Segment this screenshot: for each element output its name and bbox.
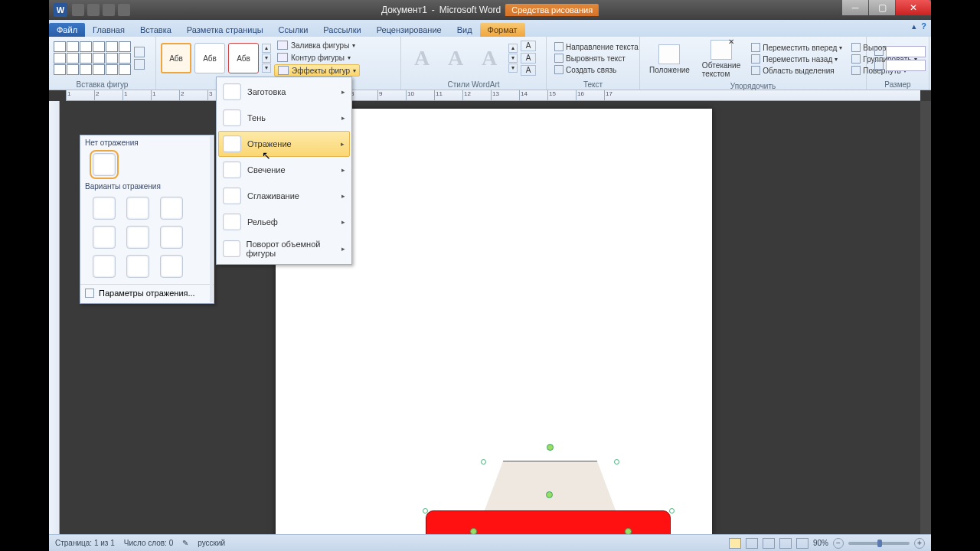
reflection-variant-6[interactable]: [160, 226, 183, 249]
reflection-variant-2[interactable]: [126, 197, 149, 220]
view-print-layout-icon[interactable]: [729, 538, 741, 549]
proofing-icon[interactable]: ✎: [182, 539, 188, 547]
reflection-variant-9[interactable]: [160, 255, 183, 278]
reflection-variant-1[interactable]: [93, 197, 116, 220]
reflection-variant-8[interactable]: [126, 255, 149, 278]
reflection-variant-7[interactable]: [93, 255, 116, 278]
status-language[interactable]: русский: [198, 539, 225, 547]
shape-height-field[interactable]: [871, 45, 929, 58]
reflection-variant-4[interactable]: [93, 226, 116, 249]
style-row-down-icon[interactable]: ▾: [262, 54, 271, 63]
reflection-options[interactable]: Параметры отражения...: [80, 284, 214, 302]
view-outline-icon[interactable]: [779, 538, 792, 549]
reflection-variant-5[interactable]: [126, 226, 149, 249]
no-reflection-header: Нет отражения: [80, 135, 214, 150]
align-text-button[interactable]: Выровнять текст: [551, 53, 642, 64]
qat-customize-icon[interactable]: [118, 4, 130, 16]
wrap-text-button[interactable]: ✕Обтекание текстом: [697, 38, 745, 80]
minimize-button[interactable]: ─: [842, 0, 868, 15]
rotate-handle[interactable]: [470, 528, 477, 534]
shape-fill-button[interactable]: Заливка фигуры▾: [274, 40, 360, 51]
horizontal-ruler[interactable]: 1211234567891011121314151617: [66, 90, 920, 101]
wa-more-icon[interactable]: ▾: [508, 64, 518, 73]
tab-references[interactable]: Ссылки: [271, 23, 316, 37]
rotate-handle[interactable]: [546, 491, 553, 498]
text-fill-icon[interactable]: A: [521, 41, 536, 51]
rotate-handle[interactable]: [625, 528, 632, 534]
tab-file[interactable]: Файл: [49, 23, 85, 37]
selection-pane-button[interactable]: Область выделения: [748, 65, 845, 76]
tab-review[interactable]: Рецензирование: [369, 23, 449, 37]
status-page[interactable]: Страница: 1 из 1: [55, 539, 115, 547]
selection-handle[interactable]: [481, 459, 486, 465]
shape-effects-button[interactable]: Эффекты фигур▾: [274, 64, 360, 77]
bevel-icon: [223, 214, 241, 230]
tab-home[interactable]: Главная: [85, 23, 132, 37]
shape-outline-button[interactable]: Контур фигуры▾: [274, 52, 360, 63]
tab-page-layout[interactable]: Разметка страницы: [179, 23, 271, 37]
close-button[interactable]: ✕: [896, 0, 931, 15]
selection-handle[interactable]: [423, 508, 428, 514]
minimize-ribbon-icon[interactable]: ▴: [912, 21, 916, 31]
fx-shadow[interactable]: Тень▸: [218, 105, 350, 131]
zoom-in-button[interactable]: +: [914, 538, 925, 549]
vertical-ruler[interactable]: [49, 101, 60, 534]
fx-preset[interactable]: Заготовка▸: [218, 79, 350, 105]
view-web-icon[interactable]: [763, 538, 775, 549]
width-input[interactable]: [886, 60, 926, 71]
group-insert-shapes: Вставка фигур: [49, 80, 155, 90]
selection-handle[interactable]: [669, 508, 675, 514]
reflection-none[interactable]: [93, 153, 116, 176]
wa-up-icon[interactable]: ▴: [508, 44, 518, 53]
tab-format[interactable]: Формат: [480, 23, 525, 37]
tab-insert[interactable]: Вставка: [132, 23, 179, 37]
shape-gallery[interactable]: [54, 41, 131, 75]
app-name: Microsoft Word: [439, 5, 501, 15]
selection-handle[interactable]: [614, 459, 619, 465]
zoom-slider-thumb[interactable]: [877, 540, 882, 547]
fx-soft-edges[interactable]: Сглаживание▸: [218, 183, 350, 209]
height-input[interactable]: [886, 46, 926, 57]
shape-style-1[interactable]: Абв: [161, 43, 191, 73]
fx-3d-rotation[interactable]: Поворот объемной фигуры▸: [218, 235, 350, 262]
wa-down-icon[interactable]: ▾: [508, 54, 518, 63]
bring-forward-button[interactable]: Переместить вперед▾: [748, 42, 845, 53]
tab-view[interactable]: Вид: [449, 23, 480, 37]
qat-redo-icon[interactable]: [103, 4, 115, 16]
create-link-button[interactable]: Создать связь: [551, 64, 642, 75]
rotate-handle[interactable]: [547, 444, 554, 451]
zoom-slider[interactable]: [848, 542, 910, 545]
qat-undo-icon[interactable]: [87, 4, 100, 16]
shape-width-field[interactable]: [871, 59, 929, 72]
shape-rounded-rect[interactable]: [426, 510, 671, 534]
send-backward-button[interactable]: Переместить назад▾: [748, 54, 845, 64]
text-box-icon[interactable]: [134, 59, 145, 70]
tab-mailings[interactable]: Рассылки: [315, 23, 368, 37]
shape-style-2[interactable]: Абв: [194, 43, 225, 73]
style-row-up-icon[interactable]: ▴: [262, 44, 271, 53]
shape-style-3[interactable]: Абв: [228, 43, 259, 73]
zoom-out-button[interactable]: −: [833, 538, 844, 549]
fx-bevel[interactable]: Рельеф▸: [218, 209, 350, 235]
status-word-count[interactable]: Число слов: 0: [124, 539, 173, 547]
align-text-icon: [554, 54, 564, 63]
view-draft-icon[interactable]: [796, 538, 808, 549]
qat-save-icon[interactable]: [72, 4, 84, 16]
position-button[interactable]: Положение: [645, 43, 694, 76]
vertical-scrollbar[interactable]: [920, 101, 931, 534]
wordart-gallery[interactable]: AAA: [406, 42, 505, 74]
text-direction-button[interactable]: Направление текста: [551, 41, 642, 52]
gallery-scrollbar[interactable]: [210, 136, 213, 302]
style-more-icon[interactable]: ▾: [262, 64, 271, 73]
reflection-variant-3[interactable]: [160, 197, 183, 220]
help-icon[interactable]: ?: [921, 21, 926, 31]
view-fullscreen-icon[interactable]: [746, 538, 758, 549]
text-outline-icon[interactable]: A: [521, 53, 536, 64]
text-effects-icon[interactable]: A: [521, 65, 536, 76]
edit-shape-icon[interactable]: [134, 47, 145, 57]
shape-trapezoid[interactable]: [483, 461, 617, 514]
fx-glow[interactable]: Свечение▸: [218, 157, 350, 183]
fx-reflection[interactable]: Отражение▸: [218, 131, 350, 157]
maximize-button[interactable]: ▢: [869, 0, 895, 15]
zoom-level[interactable]: 90%: [813, 539, 828, 547]
